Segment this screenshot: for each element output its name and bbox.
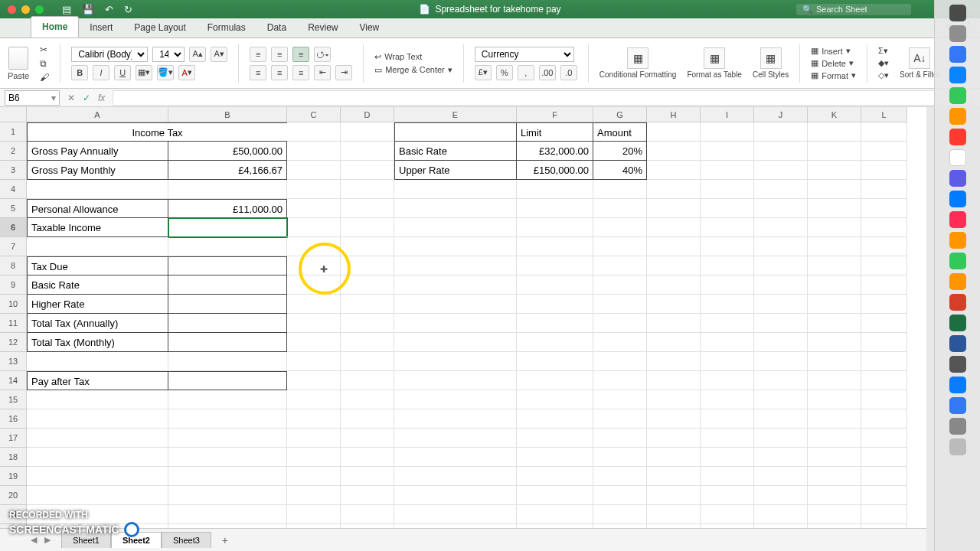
cancel-icon[interactable]: ✕ xyxy=(67,93,75,103)
dock-contacts-icon[interactable] xyxy=(949,170,966,187)
dock-calendar-icon[interactable] xyxy=(949,149,966,166)
cell-styles-icon[interactable]: ▦ xyxy=(760,47,782,69)
cell[interactable] xyxy=(754,256,808,276)
cell[interactable] xyxy=(593,409,647,429)
name-box[interactable]: B6▾ xyxy=(5,90,60,106)
cell[interactable] xyxy=(647,390,701,409)
dock-terminal-icon[interactable] xyxy=(949,356,966,373)
cell[interactable] xyxy=(701,142,754,161)
cell[interactable] xyxy=(341,161,394,180)
redo-icon[interactable]: ↻ xyxy=(124,4,132,15)
dock-word-icon[interactable] xyxy=(949,335,966,352)
cell[interactable] xyxy=(168,276,287,295)
orientation[interactable]: ⭯▾ xyxy=(314,47,331,62)
cell[interactable] xyxy=(754,199,808,218)
cell[interactable] xyxy=(517,448,593,467)
cell[interactable] xyxy=(394,409,517,429)
row-header[interactable]: 14 xyxy=(0,371,27,390)
formula-input[interactable] xyxy=(113,90,972,106)
dock-music-icon[interactable] xyxy=(949,211,966,228)
cell[interactable] xyxy=(647,161,701,180)
align-top[interactable]: ≡ xyxy=(250,47,266,62)
cell[interactable] xyxy=(593,295,647,314)
cell[interactable] xyxy=(861,180,907,199)
cell[interactable] xyxy=(808,161,861,180)
paste-icon[interactable] xyxy=(8,47,28,70)
cell-styles-label[interactable]: Cell Styles xyxy=(753,70,789,79)
row-header[interactable]: 8 xyxy=(0,256,27,276)
cell[interactable] xyxy=(647,256,701,276)
cell[interactable] xyxy=(808,486,861,505)
cell[interactable]: Basic Rate xyxy=(27,276,168,295)
cell[interactable]: Tax Due xyxy=(27,256,168,276)
cell[interactable] xyxy=(287,237,341,256)
percent-button[interactable]: % xyxy=(496,65,513,80)
cell[interactable] xyxy=(341,505,394,524)
cell[interactable] xyxy=(168,505,287,524)
cell[interactable] xyxy=(808,390,861,409)
dock-messages-icon[interactable] xyxy=(949,87,966,104)
cell[interactable] xyxy=(861,142,907,161)
col-D[interactable]: D xyxy=(341,107,394,122)
cell[interactable] xyxy=(701,467,754,486)
cell[interactable] xyxy=(593,448,647,467)
tab-view[interactable]: View xyxy=(348,18,390,37)
col-E[interactable]: E xyxy=(394,107,517,122)
cell[interactable] xyxy=(168,237,287,256)
save2-icon[interactable]: 💾 xyxy=(82,4,94,15)
row-header[interactable]: 16 xyxy=(0,409,27,429)
cell[interactable] xyxy=(27,448,168,467)
cell[interactable] xyxy=(168,256,287,276)
cell[interactable] xyxy=(754,314,808,333)
cell[interactable] xyxy=(517,371,593,390)
comma-button[interactable]: , xyxy=(518,65,534,80)
row-header[interactable]: 5 xyxy=(0,199,27,218)
row-header[interactable]: 13 xyxy=(0,352,27,371)
cell[interactable]: Pay after Tax xyxy=(27,371,168,390)
indent-dec[interactable]: ⇤ xyxy=(314,65,331,80)
cell[interactable] xyxy=(808,276,861,295)
cell[interactable] xyxy=(168,180,287,199)
minimize-window[interactable] xyxy=(21,5,30,14)
cell[interactable] xyxy=(808,448,861,467)
fill[interactable]: ◆▾ xyxy=(878,58,889,68)
cell[interactable] xyxy=(341,467,394,486)
cell[interactable] xyxy=(808,180,861,199)
currency-button[interactable]: £▾ xyxy=(475,65,492,80)
grow-font[interactable]: A▴ xyxy=(189,47,206,62)
dock-bluetooth-icon[interactable] xyxy=(949,397,966,414)
cell[interactable] xyxy=(754,505,808,524)
cell[interactable] xyxy=(287,486,341,505)
cell[interactable] xyxy=(754,218,808,237)
dock-photos-icon[interactable] xyxy=(949,129,966,145)
cell[interactable] xyxy=(341,199,394,218)
cell[interactable] xyxy=(517,429,593,448)
italic-button[interactable]: I xyxy=(93,65,109,80)
cell[interactable] xyxy=(808,256,861,276)
cell[interactable] xyxy=(593,486,647,505)
cell[interactable] xyxy=(27,180,168,199)
cell[interactable] xyxy=(861,295,907,314)
align-middle[interactable]: ≡ xyxy=(271,47,288,62)
row-header[interactable]: 1 xyxy=(0,122,27,142)
borders-button[interactable]: ▦▾ xyxy=(136,65,152,80)
cell[interactable] xyxy=(394,352,517,371)
cell[interactable] xyxy=(647,276,701,295)
cell[interactable] xyxy=(517,218,593,237)
cell[interactable] xyxy=(861,161,907,180)
cell[interactable]: Personal Allowance xyxy=(27,199,168,218)
as-table-label[interactable]: Format as Table xyxy=(687,70,742,79)
wrap-icon[interactable]: ↩ xyxy=(374,52,381,62)
cell[interactable] xyxy=(394,314,517,333)
cell[interactable] xyxy=(647,295,701,314)
cell[interactable] xyxy=(287,218,341,237)
format-cells[interactable]: ▦Format▾ xyxy=(811,70,856,80)
cell[interactable] xyxy=(517,237,593,256)
cell[interactable] xyxy=(394,505,517,524)
close-window[interactable] xyxy=(8,5,16,14)
select-all-corner[interactable] xyxy=(0,107,27,122)
clear[interactable]: ◇▾ xyxy=(878,70,889,80)
cell[interactable]: Limit xyxy=(517,122,593,142)
dock-trash-icon[interactable] xyxy=(949,439,966,455)
cell[interactable] xyxy=(701,333,754,352)
